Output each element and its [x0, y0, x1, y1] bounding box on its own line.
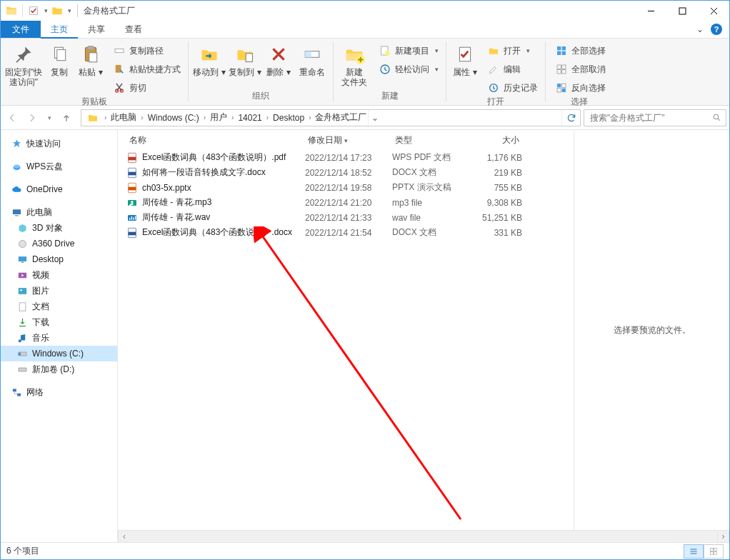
maximize-button[interactable]: [666, 1, 698, 21]
breadcrumb-users[interactable]: 用户: [209, 111, 229, 124]
nav-pictures[interactable]: 图片: [1, 283, 117, 299]
nav-network[interactable]: 网络: [1, 384, 117, 400]
ribbon-tabs: 文件 主页 共享 查看 ⌄ ?: [1, 21, 729, 39]
svg-rect-52: [129, 171, 136, 175]
edit-button[interactable]: 编辑: [484, 61, 542, 77]
open-button[interactable]: 打开▾: [484, 43, 542, 59]
svg-rect-31: [562, 89, 566, 92]
nav-d-drive[interactable]: 新加卷 (D:): [1, 361, 117, 377]
copy-button[interactable]: 复制: [44, 41, 75, 77]
rename-button[interactable]: 重命名: [294, 41, 330, 77]
tab-home[interactable]: 主页: [41, 21, 78, 38]
move-to-button[interactable]: 移动到 ▾: [191, 41, 227, 77]
nav-c-drive[interactable]: Windows (C:): [1, 346, 117, 361]
file-type: DOCX 文档: [392, 226, 476, 239]
nav-wps[interactable]: WPS云盘: [1, 159, 117, 174]
navigation-pane[interactable]: 快速访问 WPS云盘 OneDrive 此电脑 3D 对象 A360 Drive…: [1, 130, 118, 542]
qat-newfolder-icon[interactable]: [51, 4, 64, 17]
svg-point-37: [19, 240, 26, 247]
nav-a360[interactable]: A360 Drive: [1, 236, 117, 251]
properties-button[interactable]: 属性 ▾: [449, 41, 481, 77]
file-type-icon: [126, 182, 138, 194]
search-icon[interactable]: [712, 113, 721, 122]
nav-onedrive[interactable]: OneDrive: [1, 181, 117, 197]
nav-3d-objects[interactable]: 3D 对象: [1, 220, 117, 236]
history-button[interactable]: 历史记录: [484, 80, 542, 96]
qat-customize-icon[interactable]: ▾: [68, 7, 71, 14]
nav-music[interactable]: 音乐: [1, 330, 117, 346]
scroll-left-button[interactable]: ‹: [118, 531, 130, 543]
nav-recent-dropdown[interactable]: ▾: [44, 109, 55, 126]
svg-rect-38: [18, 256, 26, 261]
svg-rect-24: [557, 65, 561, 69]
tab-share[interactable]: 共享: [78, 21, 115, 38]
breadcrumb-folder[interactable]: 金舟格式工厂: [314, 111, 368, 124]
qat-properties-icon[interactable]: [27, 4, 40, 17]
paste-button[interactable]: 粘贴 ▾: [75, 41, 106, 77]
nav-videos[interactable]: 视频: [1, 267, 117, 283]
breadcrumb-uid[interactable]: 14021: [236, 113, 263, 123]
nav-forward-button[interactable]: [24, 109, 41, 126]
svg-rect-58: [129, 231, 136, 235]
file-type: PPTX 演示文稿: [392, 181, 476, 194]
search-input[interactable]: [589, 112, 712, 124]
breadcrumb-dropdown[interactable]: ⌄: [368, 110, 381, 126]
minimize-button[interactable]: [635, 1, 666, 21]
view-icons-button[interactable]: [704, 544, 724, 559]
select-all-button[interactable]: 全部选择: [551, 43, 610, 59]
file-name: Excel函数词典（483个函数说明）.pdf: [142, 151, 286, 164]
breadcrumb-c[interactable]: Windows (C:): [146, 113, 201, 123]
file-type-icon: [126, 167, 138, 179]
cut-button[interactable]: 剪切: [109, 80, 185, 96]
new-item-button[interactable]: 新建项目▾: [375, 43, 443, 59]
file-list[interactable]: 名称 修改日期 ▾ 类型 大小 Excel函数词典（483个函数说明）.pdf2…: [118, 130, 574, 530]
tab-view[interactable]: 查看: [115, 21, 152, 38]
ribbon-collapse-icon[interactable]: ⌄: [696, 24, 704, 34]
new-folder-button[interactable]: 新建 文件夹: [336, 41, 372, 87]
breadcrumb[interactable]: › 此电脑› Windows (C:)› 用户› 14021› Desktop›…: [81, 109, 581, 126]
refresh-button[interactable]: [561, 110, 580, 126]
copy-path-button[interactable]: 复制路径: [109, 43, 185, 59]
nav-desktop[interactable]: Desktop: [1, 251, 117, 267]
file-row[interactable]: Excel函数词典（483个函数说明）.docx2022/12/14 21:54…: [118, 225, 574, 240]
help-icon[interactable]: ?: [711, 24, 722, 35]
titlebar: ▾ ▾ 金舟格式工厂: [1, 1, 729, 21]
file-row[interactable]: Excel函数词典（483个函数说明）.pdf2022/12/14 17:23W…: [118, 150, 574, 165]
file-row[interactable]: ch03-5x.pptx2022/12/14 19:58PPTX 演示文稿755…: [118, 180, 574, 195]
view-details-button[interactable]: [684, 544, 704, 559]
close-button[interactable]: [698, 1, 729, 21]
breadcrumb-desktop[interactable]: Desktop: [271, 113, 306, 123]
nav-this-pc[interactable]: 此电脑: [1, 204, 117, 220]
paste-shortcut-button[interactable]: 粘贴快捷方式: [109, 61, 185, 77]
tab-file[interactable]: 文件: [1, 21, 41, 38]
svg-rect-29: [562, 84, 566, 87]
nav-back-button[interactable]: [4, 109, 21, 126]
column-headers[interactable]: 名称 修改日期 ▾ 类型 大小: [118, 130, 574, 150]
easy-access-button[interactable]: 轻松访问▾: [375, 61, 443, 77]
scroll-right-button[interactable]: ›: [717, 531, 729, 543]
pin-quick-access-button[interactable]: 固定到"快 速访问": [4, 41, 44, 87]
nav-quick-access[interactable]: 快速访问: [1, 136, 117, 151]
delete-button[interactable]: 删除 ▾: [263, 41, 294, 77]
file-size: 331 KB: [476, 228, 522, 238]
nav-downloads[interactable]: 下载: [1, 314, 117, 330]
file-row[interactable]: 周传雄 - 青花.wav2022/12/14 21:33wav file51,2…: [118, 210, 574, 225]
breadcrumb-pc[interactable]: 此电脑: [109, 111, 138, 124]
sort-indicator-icon[interactable]: ▾: [344, 137, 348, 144]
nav-documents[interactable]: 文档: [1, 299, 117, 314]
copy-to-button[interactable]: 复制到 ▾: [227, 41, 263, 77]
invert-selection-button[interactable]: 反向选择: [551, 80, 610, 96]
nav-up-button[interactable]: [58, 109, 75, 126]
select-none-button[interactable]: 全部取消: [551, 61, 610, 77]
svg-rect-8: [116, 65, 121, 73]
file-date: 2022/12/14 21:20: [305, 198, 392, 208]
file-row[interactable]: 如何将一段语音转换成文字.docx2022/12/14 18:52DOCX 文档…: [118, 165, 574, 180]
svg-rect-5: [88, 46, 94, 49]
file-row[interactable]: 周传雄 - 青花.mp32022/12/14 21:20mp3 file9,30…: [118, 195, 574, 210]
file-name: 周传雄 - 青花.mp3: [142, 196, 211, 209]
svg-rect-23: [562, 51, 566, 55]
qat-dropdown-icon[interactable]: ▾: [44, 7, 48, 14]
file-date: 2022/12/14 21:54: [305, 228, 392, 238]
search-box[interactable]: [584, 109, 726, 126]
horizontal-scrollbar[interactable]: ‹ ›: [118, 530, 729, 542]
